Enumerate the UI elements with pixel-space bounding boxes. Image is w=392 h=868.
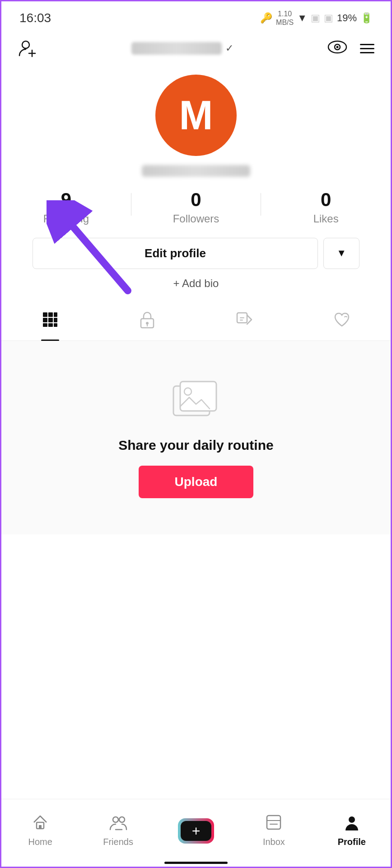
add-user-button[interactable] <box>18 38 37 58</box>
svg-rect-7 <box>48 312 53 317</box>
following-count: 9 <box>61 189 71 210</box>
edit-profile-button[interactable]: Edit profile <box>33 238 318 269</box>
svg-rect-13 <box>48 323 53 327</box>
more-options-dropdown[interactable]: ▼ <box>323 238 359 269</box>
profile-icon <box>344 814 360 834</box>
status-time: 16:03 <box>19 11 51 25</box>
svg-point-16 <box>146 322 149 325</box>
chevron-down-icon: ✓ <box>225 42 233 54</box>
header: ✓ <box>1 31 391 66</box>
signal-icon-2: ▣ <box>324 12 333 24</box>
profile-tabs <box>1 302 391 341</box>
nav-home-label: Home <box>28 837 52 847</box>
svg-rect-12 <box>43 323 47 327</box>
svg-rect-8 <box>54 312 57 317</box>
tab-tagged[interactable] <box>196 302 294 340</box>
following-stat[interactable]: 9 Following <box>1 189 131 225</box>
tab-locked[interactable] <box>99 302 196 340</box>
key-icon: 🔑 <box>260 12 272 24</box>
upload-button[interactable]: Upload <box>139 466 254 498</box>
friends-icon <box>109 814 127 834</box>
likes-label: Likes <box>313 212 339 225</box>
inbox-icon <box>266 814 282 834</box>
create-button-inner: + <box>181 821 211 841</box>
profile-username-blurred <box>142 165 250 177</box>
grid-icon <box>42 311 58 331</box>
header-right-actions <box>327 39 374 58</box>
svg-point-27 <box>119 817 125 822</box>
content-area: Share your daily routine Upload <box>1 341 391 534</box>
stats-row: 9 Following 0 Followers 0 Likes <box>1 189 391 225</box>
nav-home[interactable]: Home <box>18 814 63 847</box>
svg-point-26 <box>113 817 118 822</box>
avatar: M <box>155 75 237 156</box>
wifi-icon: ▼ <box>297 12 307 24</box>
add-bio-button[interactable]: + Add bio <box>173 277 219 290</box>
action-buttons: Edit profile ▼ <box>33 238 359 269</box>
heart-icon <box>333 311 350 331</box>
status-icons: 🔑 1.10MB/S ▼ ▣ ▣ 19% 🔋 <box>260 9 373 27</box>
tab-grid[interactable] <box>1 302 99 340</box>
svg-rect-21 <box>180 382 216 411</box>
empty-state-title: Share your daily routine <box>118 438 273 453</box>
svg-rect-10 <box>48 318 53 322</box>
username-blurred <box>131 42 222 55</box>
empty-media-icon <box>169 377 223 424</box>
svg-rect-11 <box>54 318 57 322</box>
svg-point-5 <box>336 46 339 48</box>
create-button[interactable]: + <box>178 818 214 844</box>
nav-profile[interactable]: Profile <box>329 814 374 847</box>
status-bar: 16:03 🔑 1.10MB/S ▼ ▣ ▣ 19% 🔋 <box>1 1 391 31</box>
nav-inbox[interactable]: Inbox <box>251 814 296 847</box>
nav-friends[interactable]: Friends <box>96 814 141 847</box>
username-selector[interactable]: ✓ <box>131 42 233 55</box>
svg-point-29 <box>349 816 355 823</box>
speed-text: 1.10MB/S <box>276 9 294 27</box>
home-icon <box>32 814 48 834</box>
avatar-letter: M <box>179 92 213 139</box>
signal-icon-1: ▣ <box>311 12 320 24</box>
plus-icon: + <box>192 824 201 838</box>
visibility-icon[interactable] <box>327 39 347 58</box>
followers-count: 0 <box>191 189 201 210</box>
bottom-navigation: Home Friends + Inbox <box>1 799 391 867</box>
battery-percentage: 19% <box>337 12 357 24</box>
bottom-home-indicator <box>164 862 228 864</box>
likes-stat[interactable]: 0 Likes <box>261 189 391 225</box>
followers-label: Followers <box>173 212 219 225</box>
nav-create[interactable]: + <box>173 818 219 844</box>
nav-profile-label: Profile <box>338 837 366 847</box>
nav-friends-label: Friends <box>103 837 133 847</box>
svg-rect-6 <box>43 312 47 317</box>
likes-count: 0 <box>321 189 331 210</box>
svg-rect-25 <box>39 825 42 829</box>
followers-stat[interactable]: 0 Followers <box>131 189 261 225</box>
battery-icon: 🔋 <box>360 12 373 24</box>
profile-section: M 9 Following 0 Followers 0 Likes Edit p… <box>1 66 391 340</box>
following-label: Following <box>43 212 89 225</box>
svg-rect-14 <box>54 323 57 327</box>
svg-rect-28 <box>267 816 280 829</box>
tag-icon <box>236 311 254 331</box>
hamburger-menu-button[interactable] <box>360 44 374 53</box>
nav-inbox-label: Inbox <box>263 837 285 847</box>
svg-rect-9 <box>43 318 47 322</box>
tab-liked[interactable] <box>294 302 391 340</box>
lock-icon <box>139 311 155 332</box>
svg-point-0 <box>22 41 29 48</box>
